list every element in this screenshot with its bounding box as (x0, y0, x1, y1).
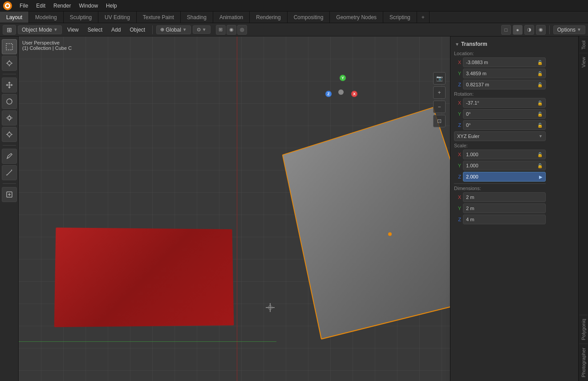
rotation-y-row: Y 0° 🔓 (454, 109, 546, 119)
dim-z-num: 4 m (466, 217, 474, 222)
cursor-tool[interactable] (2, 56, 17, 71)
scale-y-value[interactable]: 1.000 🔓 (463, 161, 546, 170)
right-tab-polygoniq[interactable]: Polygoniq (580, 315, 588, 344)
select-box-tool[interactable] (2, 39, 17, 54)
tab-rendering[interactable]: Rendering (250, 12, 287, 23)
rotation-mode-select[interactable]: XYZ Euler ▼ (454, 131, 546, 141)
mode-selector[interactable]: Object Mode ▼ (18, 25, 62, 34)
rot-z-lock[interactable]: 🔓 (537, 123, 543, 128)
scale-x-row: X 1.000 🔓 (454, 150, 546, 159)
tab-uv-editing[interactable]: UV Editing (98, 12, 137, 23)
loc-x-lock[interactable]: 🔓 (537, 60, 543, 65)
loc-z-lock[interactable]: 🔓 (537, 82, 543, 87)
rotate-tool[interactable] (2, 94, 17, 109)
nav-gizmo[interactable]: X Y Z (321, 72, 361, 112)
snap-btn[interactable]: ⊞ (216, 25, 226, 35)
panel-divider-1 (454, 183, 546, 184)
gizmo-x-label[interactable]: X (351, 91, 357, 97)
shading-material[interactable]: ◑ (524, 25, 534, 35)
tab-compositing[interactable]: Compositing (288, 12, 330, 23)
editor-type-icon[interactable]: ⊞ (3, 25, 16, 35)
zoom-out-btn[interactable]: − (433, 101, 446, 113)
location-y-row: Y 3.4859 m 🔓 (454, 69, 546, 78)
annotate-tool[interactable] (2, 149, 17, 164)
transform-section-header[interactable]: ▼ Transform (454, 39, 546, 49)
scale-tool[interactable] (2, 110, 17, 126)
toolbar-object[interactable]: Object (126, 26, 149, 34)
side-tab-view[interactable]: View (580, 53, 588, 71)
right-panel: ▼ Transform Location: X -3.0883 m 🔓 Y 3.… (450, 36, 588, 381)
tab-animation[interactable]: Animation (213, 12, 250, 23)
right-main: ▼ Transform Location: X -3.0883 m 🔓 Y 3.… (450, 36, 569, 228)
menu-help[interactable]: Help (102, 2, 121, 10)
toolbar-view[interactable]: View (64, 26, 82, 34)
transform-orientation[interactable]: ⊕ Global ▼ (156, 25, 191, 34)
menu-file[interactable]: File (16, 2, 32, 10)
pivot-point[interactable]: ⊙ ▼ (193, 25, 211, 34)
tab-modeling[interactable]: Modeling (29, 12, 64, 23)
right-tab-photographer[interactable]: Photographer (580, 344, 588, 381)
rot-x-num: -37.1° (466, 100, 479, 105)
loc-z-label: Z (454, 82, 461, 87)
zoom-camera-btn[interactable]: 📷 (433, 72, 446, 85)
toolbar-separator-1 (152, 25, 153, 34)
rotation-z-value[interactable]: 0° 🔓 (463, 120, 546, 130)
rot-x-lock[interactable]: 🔓 (537, 101, 543, 105)
transform-tool[interactable] (2, 127, 17, 142)
options-btn[interactable]: Options ▼ (553, 25, 585, 34)
scale-x-num: 1.000 (466, 152, 479, 157)
gizmo-z-label[interactable]: Z (325, 91, 332, 97)
location-x-value[interactable]: -3.0883 m 🔓 (463, 57, 546, 67)
dim-x-value[interactable]: 2 m (463, 192, 546, 202)
scale-y-row: Y 1.000 🔓 (454, 161, 546, 170)
shading-rendered[interactable]: ◉ (536, 25, 546, 35)
menu-window[interactable]: Window (75, 2, 101, 10)
left-separator-1 (3, 74, 16, 74)
scale-z-value[interactable]: 2.000 ▶ (463, 172, 546, 182)
local-view-btn[interactable]: ⊡ (433, 115, 446, 127)
tab-shading[interactable]: Shading (181, 12, 213, 23)
measure-tool[interactable] (2, 165, 17, 180)
dim-y-value[interactable]: 2 m (463, 203, 546, 213)
dim-z-row: Z 4 m (454, 215, 546, 224)
tab-layout[interactable]: Layout (0, 12, 29, 23)
move-tool[interactable] (2, 77, 17, 93)
dim-y-num: 2 m (466, 206, 474, 211)
menu-edit[interactable]: Edit (32, 2, 49, 10)
cube-a[interactable] (54, 227, 234, 327)
shading-wireframe[interactable]: □ (501, 25, 511, 35)
location-z-value[interactable]: 0.82137 m 🔓 (463, 80, 546, 89)
dim-z-value[interactable]: 4 m (463, 215, 546, 224)
main-area: User Perspective (1) Collection | Cube C… (0, 36, 588, 381)
gizmo-y-label[interactable]: Y (340, 75, 346, 81)
zoom-in-btn[interactable]: + (433, 86, 446, 99)
overlay-btn[interactable]: ◎ (237, 25, 247, 35)
location-y-value[interactable]: 3.4859 m 🔓 (463, 69, 546, 78)
toolbar-select[interactable]: Select (84, 26, 106, 34)
side-tab-tool[interactable]: Tool (580, 36, 588, 53)
shading-solid[interactable]: ● (513, 25, 523, 35)
rotation-label: Rotation: (454, 91, 546, 97)
add-object-tool[interactable] (2, 187, 17, 202)
rot-y-num: 0° (466, 111, 471, 117)
loc-y-lock[interactable]: 🔓 (537, 71, 543, 76)
scale-y-lock[interactable]: 🔓 (537, 163, 543, 168)
toolbar-add[interactable]: Add (108, 26, 124, 34)
rot-y-lock[interactable]: 🔓 (537, 112, 543, 117)
scale-x-value[interactable]: 1.000 🔓 (463, 150, 546, 159)
tab-add[interactable]: + (417, 12, 430, 23)
tab-sculpting[interactable]: Sculpting (64, 12, 98, 23)
tab-texture-paint[interactable]: Texture Paint (137, 12, 181, 23)
menu-render[interactable]: Render (50, 2, 74, 10)
proportional-edit-btn[interactable]: ◉ (227, 25, 236, 35)
scale-x-lock[interactable]: 🔓 (537, 152, 543, 157)
scale-label: Scale: (454, 143, 546, 148)
tab-geometry-nodes[interactable]: Geometry Nodes (330, 12, 383, 23)
viewport[interactable]: User Perspective (1) Collection | Cube C… (19, 36, 450, 381)
scale-z-arrow: ▶ (539, 174, 543, 179)
rotation-x-value[interactable]: -37.1° 🔓 (463, 98, 546, 108)
tab-scripting[interactable]: Scripting (383, 12, 417, 23)
rotation-y-value[interactable]: 0° 🔓 (463, 109, 546, 119)
left-toolbar (0, 36, 19, 381)
svg-rect-10 (8, 117, 11, 119)
